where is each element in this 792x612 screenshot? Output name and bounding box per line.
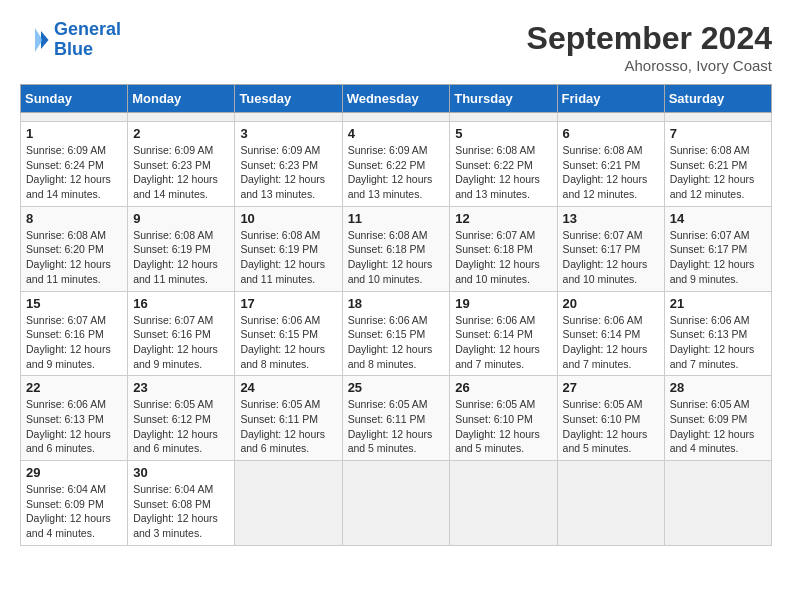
day-info: Sunrise: 6:07 AM Sunset: 6:16 PM Dayligh… [133, 313, 229, 372]
calendar-cell: 6Sunrise: 6:08 AM Sunset: 6:21 PM Daylig… [557, 122, 664, 207]
calendar-cell [342, 113, 450, 122]
calendar-cell [235, 113, 342, 122]
calendar-cell [450, 461, 557, 546]
calendar-header-row: SundayMondayTuesdayWednesdayThursdayFrid… [21, 85, 772, 113]
day-number: 21 [670, 296, 766, 311]
day-info: Sunrise: 6:05 AM Sunset: 6:11 PM Dayligh… [240, 397, 336, 456]
day-info: Sunrise: 6:09 AM Sunset: 6:24 PM Dayligh… [26, 143, 122, 202]
day-number: 15 [26, 296, 122, 311]
day-number: 8 [26, 211, 122, 226]
logo-line1: General [54, 19, 121, 39]
calendar-cell: 17Sunrise: 6:06 AM Sunset: 6:15 PM Dayli… [235, 291, 342, 376]
day-number: 5 [455, 126, 551, 141]
calendar-cell: 18Sunrise: 6:06 AM Sunset: 6:15 PM Dayli… [342, 291, 450, 376]
day-number: 12 [455, 211, 551, 226]
location-subtitle: Ahorosso, Ivory Coast [527, 57, 772, 74]
calendar-cell [128, 113, 235, 122]
day-number: 18 [348, 296, 445, 311]
day-info: Sunrise: 6:06 AM Sunset: 6:15 PM Dayligh… [348, 313, 445, 372]
calendar-cell [450, 113, 557, 122]
day-info: Sunrise: 6:07 AM Sunset: 6:17 PM Dayligh… [670, 228, 766, 287]
day-info: Sunrise: 6:05 AM Sunset: 6:09 PM Dayligh… [670, 397, 766, 456]
weekday-header-tuesday: Tuesday [235, 85, 342, 113]
calendar-cell: 26Sunrise: 6:05 AM Sunset: 6:10 PM Dayli… [450, 376, 557, 461]
day-number: 19 [455, 296, 551, 311]
day-info: Sunrise: 6:06 AM Sunset: 6:14 PM Dayligh… [563, 313, 659, 372]
calendar-table: SundayMondayTuesdayWednesdayThursdayFrid… [20, 84, 772, 546]
day-number: 11 [348, 211, 445, 226]
calendar-cell: 1Sunrise: 6:09 AM Sunset: 6:24 PM Daylig… [21, 122, 128, 207]
calendar-cell [664, 113, 771, 122]
calendar-cell: 22Sunrise: 6:06 AM Sunset: 6:13 PM Dayli… [21, 376, 128, 461]
calendar-cell: 14Sunrise: 6:07 AM Sunset: 6:17 PM Dayli… [664, 206, 771, 291]
day-number: 3 [240, 126, 336, 141]
day-number: 16 [133, 296, 229, 311]
weekday-header-sunday: Sunday [21, 85, 128, 113]
day-info: Sunrise: 6:09 AM Sunset: 6:23 PM Dayligh… [240, 143, 336, 202]
calendar-cell [342, 461, 450, 546]
calendar-cell: 16Sunrise: 6:07 AM Sunset: 6:16 PM Dayli… [128, 291, 235, 376]
day-number: 25 [348, 380, 445, 395]
day-info: Sunrise: 6:05 AM Sunset: 6:10 PM Dayligh… [455, 397, 551, 456]
day-number: 29 [26, 465, 122, 480]
day-number: 4 [348, 126, 445, 141]
day-number: 26 [455, 380, 551, 395]
calendar-cell: 20Sunrise: 6:06 AM Sunset: 6:14 PM Dayli… [557, 291, 664, 376]
day-info: Sunrise: 6:05 AM Sunset: 6:11 PM Dayligh… [348, 397, 445, 456]
calendar-cell: 4Sunrise: 6:09 AM Sunset: 6:22 PM Daylig… [342, 122, 450, 207]
weekday-header-friday: Friday [557, 85, 664, 113]
logo-icon [20, 25, 50, 55]
calendar-cell: 9Sunrise: 6:08 AM Sunset: 6:19 PM Daylig… [128, 206, 235, 291]
day-number: 24 [240, 380, 336, 395]
calendar-cell: 21Sunrise: 6:06 AM Sunset: 6:13 PM Dayli… [664, 291, 771, 376]
day-info: Sunrise: 6:07 AM Sunset: 6:18 PM Dayligh… [455, 228, 551, 287]
day-info: Sunrise: 6:08 AM Sunset: 6:18 PM Dayligh… [348, 228, 445, 287]
day-number: 30 [133, 465, 229, 480]
day-number: 1 [26, 126, 122, 141]
day-info: Sunrise: 6:04 AM Sunset: 6:08 PM Dayligh… [133, 482, 229, 541]
page-header: General Blue September 2024 Ahorosso, Iv… [20, 20, 772, 74]
calendar-cell: 3Sunrise: 6:09 AM Sunset: 6:23 PM Daylig… [235, 122, 342, 207]
logo: General Blue [20, 20, 121, 60]
calendar-cell: 19Sunrise: 6:06 AM Sunset: 6:14 PM Dayli… [450, 291, 557, 376]
day-number: 13 [563, 211, 659, 226]
calendar-cell [664, 461, 771, 546]
day-info: Sunrise: 6:07 AM Sunset: 6:17 PM Dayligh… [563, 228, 659, 287]
day-number: 14 [670, 211, 766, 226]
day-number: 10 [240, 211, 336, 226]
calendar-cell: 27Sunrise: 6:05 AM Sunset: 6:10 PM Dayli… [557, 376, 664, 461]
day-number: 6 [563, 126, 659, 141]
calendar-cell: 29Sunrise: 6:04 AM Sunset: 6:09 PM Dayli… [21, 461, 128, 546]
calendar-cell: 8Sunrise: 6:08 AM Sunset: 6:20 PM Daylig… [21, 206, 128, 291]
calendar-cell: 23Sunrise: 6:05 AM Sunset: 6:12 PM Dayli… [128, 376, 235, 461]
weekday-header-wednesday: Wednesday [342, 85, 450, 113]
day-info: Sunrise: 6:04 AM Sunset: 6:09 PM Dayligh… [26, 482, 122, 541]
day-info: Sunrise: 6:09 AM Sunset: 6:22 PM Dayligh… [348, 143, 445, 202]
calendar-cell: 7Sunrise: 6:08 AM Sunset: 6:21 PM Daylig… [664, 122, 771, 207]
calendar-cell: 30Sunrise: 6:04 AM Sunset: 6:08 PM Dayli… [128, 461, 235, 546]
day-info: Sunrise: 6:06 AM Sunset: 6:14 PM Dayligh… [455, 313, 551, 372]
day-number: 2 [133, 126, 229, 141]
day-number: 23 [133, 380, 229, 395]
calendar-cell: 12Sunrise: 6:07 AM Sunset: 6:18 PM Dayli… [450, 206, 557, 291]
day-info: Sunrise: 6:09 AM Sunset: 6:23 PM Dayligh… [133, 143, 229, 202]
title-block: September 2024 Ahorosso, Ivory Coast [527, 20, 772, 74]
day-info: Sunrise: 6:06 AM Sunset: 6:15 PM Dayligh… [240, 313, 336, 372]
week-row-2: 8Sunrise: 6:08 AM Sunset: 6:20 PM Daylig… [21, 206, 772, 291]
day-info: Sunrise: 6:08 AM Sunset: 6:20 PM Dayligh… [26, 228, 122, 287]
month-title: September 2024 [527, 20, 772, 57]
day-info: Sunrise: 6:07 AM Sunset: 6:16 PM Dayligh… [26, 313, 122, 372]
day-number: 7 [670, 126, 766, 141]
day-number: 17 [240, 296, 336, 311]
calendar-cell: 15Sunrise: 6:07 AM Sunset: 6:16 PM Dayli… [21, 291, 128, 376]
day-info: Sunrise: 6:06 AM Sunset: 6:13 PM Dayligh… [670, 313, 766, 372]
day-number: 27 [563, 380, 659, 395]
day-info: Sunrise: 6:08 AM Sunset: 6:21 PM Dayligh… [670, 143, 766, 202]
day-info: Sunrise: 6:05 AM Sunset: 6:12 PM Dayligh… [133, 397, 229, 456]
week-row-5: 29Sunrise: 6:04 AM Sunset: 6:09 PM Dayli… [21, 461, 772, 546]
week-row-1: 1Sunrise: 6:09 AM Sunset: 6:24 PM Daylig… [21, 122, 772, 207]
day-info: Sunrise: 6:06 AM Sunset: 6:13 PM Dayligh… [26, 397, 122, 456]
calendar-cell: 10Sunrise: 6:08 AM Sunset: 6:19 PM Dayli… [235, 206, 342, 291]
calendar-cell: 25Sunrise: 6:05 AM Sunset: 6:11 PM Dayli… [342, 376, 450, 461]
calendar-cell: 11Sunrise: 6:08 AM Sunset: 6:18 PM Dayli… [342, 206, 450, 291]
